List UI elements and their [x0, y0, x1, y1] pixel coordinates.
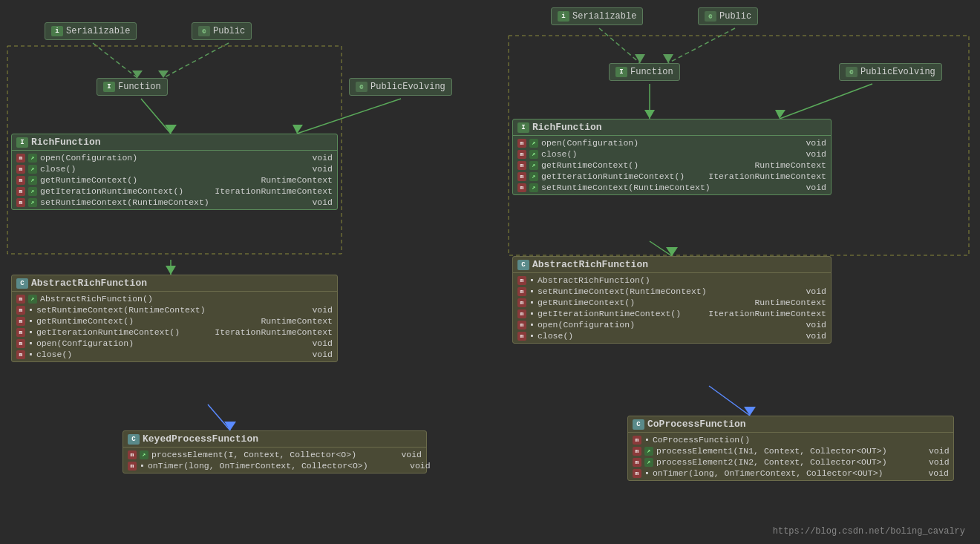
serializable-icon: i [51, 26, 63, 36]
diagram-container: i Serializable © Public I Function © Pub… [0, 0, 980, 544]
method-row: m ▪ CoProcessFunction() [631, 434, 950, 445]
rich-function-right: I RichFunction m ↗ open(Configuration) v… [512, 119, 832, 195]
svg-marker-10 [166, 266, 176, 275]
abstract-rich-function-right-body: m ▪ AbstractRichFunction() m ▪ setRuntim… [513, 273, 831, 343]
serializable-left: i Serializable [45, 22, 137, 40]
method-row: m ↗ getIterationRuntimeContext() Iterati… [516, 171, 828, 182]
keyed-process-function-body: m ↗ processElement(I, Context, Collector… [123, 448, 426, 473]
method-row: m ↗ processElement2(IN2, Context, Collec… [631, 456, 950, 468]
svg-line-15 [668, 28, 735, 63]
method-row: m ↗ processElement1(IN1, Context, Collec… [631, 445, 950, 456]
serializable-right-icon: i [558, 11, 569, 22]
public-icon: © [198, 26, 210, 36]
co-process-function-header: C CoProcessFunction [628, 416, 953, 433]
keyed-process-function-header: C KeyedProcessFunction [123, 431, 426, 448]
url-text: https://blog.csdn.net/boling_cavalry [773, 526, 965, 537]
svg-marker-6 [165, 125, 177, 134]
co-process-function-body: m ▪ CoProcessFunction() m ↗ processEleme… [628, 433, 953, 480]
public-right: © Public [698, 7, 758, 25]
method-row: m ▪ setRuntimeContext(RuntimeContext) vo… [15, 304, 334, 315]
svg-line-5 [141, 99, 171, 134]
public-right-icon: © [705, 11, 716, 22]
keyed-process-function: C KeyedProcessFunction m ↗ processElemen… [122, 430, 427, 473]
function-left: I Function [97, 78, 168, 96]
svg-line-24 [709, 386, 750, 416]
svg-marker-23 [666, 247, 678, 256]
svg-line-0 [93, 43, 137, 78]
method-row: m ▪ setRuntimeContext(RuntimeContext) vo… [516, 286, 828, 297]
abstract-rich-function-left: C AbstractRichFunction m ↗ AbstractRichF… [11, 275, 338, 362]
method-row: m ↗ setRuntimeContext(RuntimeContext) vo… [15, 197, 334, 208]
public-evolving-right-icon: © [846, 67, 858, 77]
svg-marker-21 [775, 110, 785, 119]
method-row: m ↗ open(Configuration) void [516, 137, 828, 148]
method-row: m ▪ getRuntimeContext() RuntimeContext [15, 315, 334, 327]
svg-marker-19 [644, 110, 655, 119]
public-evolving-left-icon: © [356, 82, 368, 92]
svg-marker-14 [635, 54, 645, 63]
function-right-icon: I [615, 67, 627, 77]
svg-marker-1 [132, 71, 143, 78]
co-process-function: C CoProcessFunction m ▪ CoProcessFunctio… [627, 416, 954, 481]
method-row: m ▪ open(Configuration) void [516, 319, 828, 330]
svg-marker-12 [224, 422, 236, 430]
svg-marker-3 [158, 71, 169, 78]
rich-function-right-header: I RichFunction [513, 119, 831, 136]
method-row: m ↗ getRuntimeContext() RuntimeContext [15, 174, 334, 186]
method-row: m ↗ close() void [516, 148, 828, 160]
method-row: m ↗ processElement(I, Context, Collector… [126, 449, 423, 460]
function-right: I Function [609, 63, 680, 81]
rich-function-left-header: I RichFunction [12, 134, 337, 151]
rich-function-right-body: m ↗ open(Configuration) void m ↗ close()… [513, 136, 831, 194]
svg-marker-25 [744, 407, 756, 416]
method-row: m ▪ getRuntimeContext() RuntimeContext [516, 297, 828, 308]
method-row: m ▪ getIterationRuntimeContext() Iterati… [15, 327, 334, 338]
method-row: m ▪ close() void [516, 330, 828, 341]
svg-line-22 [650, 241, 672, 256]
method-row: m ↗ open(Configuration) void [15, 152, 334, 163]
method-row: m ▪ AbstractRichFunction() [516, 275, 828, 286]
method-row: m ↗ getRuntimeContext() RuntimeContext [516, 160, 828, 171]
method-row: m ↗ setRuntimeContext(RuntimeContext) vo… [516, 182, 828, 193]
method-row: m ▪ getIterationRuntimeContext() Iterati… [516, 308, 828, 319]
public-evolving-right: © PublicEvolving [839, 63, 942, 81]
svg-line-11 [208, 404, 230, 430]
method-row: m ↗ getIterationRuntimeContext() Iterati… [15, 186, 334, 197]
svg-line-20 [780, 84, 872, 119]
method-row: m ▪ onTimer(long, OnTimerContext, Collec… [631, 468, 950, 479]
svg-line-13 [599, 28, 640, 63]
abstract-rich-function-right-header: C AbstractRichFunction [513, 257, 831, 273]
abstract-rich-function-right: C AbstractRichFunction m ▪ AbstractRichF… [512, 256, 832, 344]
svg-line-2 [163, 43, 229, 78]
rich-function-left: I RichFunction m ↗ open(Configuration) v… [11, 134, 338, 210]
function-left-icon: I [103, 82, 115, 92]
method-row: m ▪ onTimer(long, OnTimerContext, Collec… [126, 460, 423, 471]
abstract-rich-function-left-header: C AbstractRichFunction [12, 275, 337, 292]
svg-marker-8 [293, 125, 303, 134]
abstract-rich-function-left-body: m ↗ AbstractRichFunction() m ▪ setRuntim… [12, 292, 337, 361]
public-left: © Public [192, 22, 252, 40]
method-row: m ▪ open(Configuration) void [15, 338, 334, 349]
method-row: m ↗ close() void [15, 163, 334, 174]
method-row: m ▪ close() void [15, 349, 334, 360]
rich-function-left-body: m ↗ open(Configuration) void m ↗ close()… [12, 151, 337, 209]
public-evolving-left: © PublicEvolving [349, 78, 452, 96]
svg-line-7 [297, 99, 401, 134]
serializable-right: i Serializable [551, 7, 643, 25]
method-row: m ↗ AbstractRichFunction() [15, 293, 334, 304]
svg-marker-16 [663, 54, 673, 63]
